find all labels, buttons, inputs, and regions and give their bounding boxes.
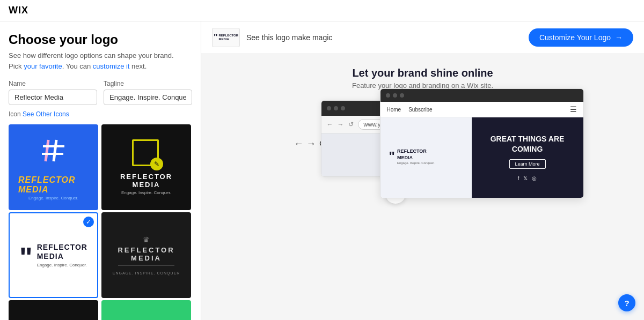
site-social-icons: f 𝕏 ◎	[518, 175, 537, 181]
logo-card-1[interactable]: Reflector Media Engage. Inspire. Conquer…	[9, 124, 98, 210]
site-logo-text-block: REFLECTORMEDIA Engage. Inspire. Conquer.	[397, 148, 435, 164]
nav-link-subscribe[interactable]: Subscribe	[408, 107, 432, 113]
customize-link[interactable]: customize it	[93, 62, 130, 70]
brand-shine-section: Let your brand shine online Feature your…	[201, 54, 644, 320]
site-dot-3	[400, 93, 404, 98]
quote-mark-icon: "	[19, 247, 33, 269]
svg-line-1	[54, 140, 56, 161]
site-left-panel: " REFLECTORMEDIA Engage. Inspire. Conque…	[380, 117, 472, 198]
card3-text: REFLECTORMEDIA Engage. Inspire. Conquer.	[37, 243, 87, 268]
card1-brand-name: Reflector Media	[18, 175, 89, 195]
card4-brand-name: Reflector Media	[111, 246, 181, 262]
browser-dot-1	[327, 106, 331, 110]
logo-card-6[interactable]	[101, 300, 191, 320]
site-quote-icon: "	[389, 151, 395, 161]
customize-button[interactable]: Customize Your Logo →	[529, 28, 633, 47]
left-panel: Choose your logo See how different logo …	[0, 21, 201, 320]
right-panel: " REFLECTORMEDIA See this logo make magi…	[201, 21, 644, 320]
svg-line-0	[46, 140, 48, 161]
crown-icon: ♛	[143, 235, 150, 244]
browser-dot-3	[341, 106, 345, 110]
name-field-group: Name	[9, 80, 97, 105]
tagline-label: Tagline	[104, 80, 192, 87]
subtitle-text2-suffix: next.	[129, 62, 147, 70]
instagram-icon[interactable]: ◎	[532, 175, 537, 181]
site-dot-1	[386, 93, 390, 98]
brand-shine-title: Let your brand shine online	[352, 67, 493, 79]
hash-icon	[38, 135, 70, 171]
nav-back-icon[interactable]: ←	[327, 121, 333, 128]
doc-icon: ✎	[132, 139, 161, 168]
fields-row: Name Tagline	[9, 80, 192, 105]
button-arrow-icon: →	[615, 33, 623, 42]
card2-brand-name: REFLECTOR MEDIA	[111, 173, 181, 189]
site-logo-area: " REFLECTORMEDIA Engage. Inspire. Conque…	[389, 148, 435, 164]
divider	[118, 265, 174, 266]
mini-quote-icon: "	[214, 34, 218, 41]
preview-bar-label: See this logo make magic	[246, 33, 332, 42]
card2-tagline: Engage. Inspire. Conquer.	[121, 190, 171, 195]
icon-label: Icon	[9, 110, 21, 118]
browser-area: ← → ↺ ← → ↺ www.yourbrand.com	[273, 100, 573, 177]
tagline-input[interactable]	[104, 90, 192, 105]
site-nav-links: Home Subscribe	[387, 107, 433, 113]
site-dot-2	[393, 93, 397, 98]
logo-card-4[interactable]: ♛ Reflector Media ENGAGE. INSPIRE. CONQU…	[101, 212, 191, 298]
card3-tagline: Engage. Inspire. Conquer.	[37, 263, 87, 267]
see-other-icons-link[interactable]: See Other Icons	[23, 110, 69, 118]
logo-preview-bar: " REFLECTORMEDIA See this logo make magi…	[201, 21, 644, 54]
logo-grid: Reflector Media Engage. Inspire. Conquer…	[9, 124, 192, 320]
site-hero-title: GREAT THINGS ARE COMING	[480, 134, 575, 153]
logo-card-5[interactable]	[9, 300, 98, 320]
pen-icon: ✎	[150, 158, 163, 170]
nav-link-home[interactable]: Home	[387, 107, 401, 113]
nav-refresh-icon[interactable]: ↺	[348, 121, 354, 128]
learn-more-button[interactable]: Learn More	[509, 159, 546, 169]
site-right-panel: GREAT THINGS ARE COMING Learn More f 𝕏 ◎	[472, 117, 583, 198]
preview-left: " REFLECTORMEDIA See this logo make magi…	[212, 28, 332, 47]
name-input[interactable]	[9, 90, 97, 105]
icon-row: Icon See Other Icons	[9, 110, 192, 118]
site-toolbar	[380, 89, 583, 102]
browser-dot-2	[334, 106, 338, 110]
customize-button-label: Customize Your Logo	[539, 33, 611, 42]
name-label: Name	[9, 80, 97, 87]
site-logo-name: REFLECTORMEDIA	[397, 148, 435, 161]
wix-logo: WIX	[9, 5, 28, 16]
card1-tagline: Engage. Inspire. Conquer.	[28, 196, 78, 200]
subtitle-text1: See how different logo options can shape…	[9, 51, 174, 59]
facebook-icon[interactable]: f	[518, 175, 519, 181]
logo-card-3[interactable]: ✓ " REFLECTORMEDIA Engage. Inspire. Conq…	[9, 212, 98, 298]
site-logo-tagline: Engage. Inspire. Conquer.	[397, 161, 435, 165]
logo-thumb: " REFLECTORMEDIA	[212, 28, 240, 47]
favorite-link[interactable]: your favorite	[24, 62, 62, 70]
subtitle-text2-prefix: Pick	[9, 62, 24, 70]
card3-brand-name: REFLECTORMEDIA	[37, 243, 87, 261]
main-layout: Choose your logo See how different logo …	[0, 21, 644, 320]
site-body: " REFLECTORMEDIA Engage. Inspire. Conque…	[380, 117, 583, 198]
top-bar: WIX	[0, 0, 644, 21]
page-title: Choose your logo	[9, 32, 192, 47]
nav-forward-icon[interactable]: →	[338, 121, 344, 128]
site-nav: Home Subscribe ☰	[380, 102, 583, 117]
subtitle: See how different logo options can shape…	[9, 50, 192, 71]
help-button[interactable]: ?	[618, 294, 635, 311]
logo-card-2[interactable]: ✎ REFLECTOR MEDIA Engage. Inspire. Conqu…	[101, 124, 191, 210]
twitter-icon[interactable]: 𝕏	[523, 175, 528, 181]
subtitle-text2-mid: . You can	[62, 62, 93, 70]
card4-tagline: ENGAGE. INSPIRE. CONQUER	[113, 271, 180, 275]
tagline-field-group: Tagline	[104, 80, 192, 105]
selected-check: ✓	[83, 217, 94, 227]
hamburger-icon[interactable]: ☰	[570, 105, 577, 114]
site-preview-window: Home Subscribe ☰ " REFLECTORMEDIA	[380, 88, 584, 198]
